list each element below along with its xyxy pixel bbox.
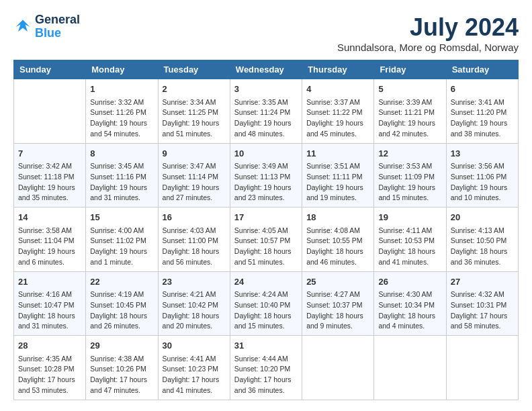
calendar-cell: 29 Sunrise: 4:38 AMSunset: 10:26 PMDayli… xyxy=(86,336,158,400)
day-number: 1 xyxy=(90,83,153,96)
calendar-cell: 16 Sunrise: 4:03 AMSunset: 11:00 PMDayli… xyxy=(158,208,230,272)
logo-text: General Blue xyxy=(35,13,80,40)
calendar-cell: 12 Sunrise: 3:53 AMSunset: 11:09 PMDayli… xyxy=(374,143,446,208)
day-info: Sunrise: 3:53 AMSunset: 11:09 PMDaylight… xyxy=(378,161,441,203)
calendar-week-4: 21 Sunrise: 4:16 AMSunset: 10:47 PMDayli… xyxy=(14,271,519,336)
calendar-cell: 7 Sunrise: 3:42 AMSunset: 11:18 PMDaylig… xyxy=(14,143,86,208)
day-info: Sunrise: 3:32 AMSunset: 11:26 PMDaylight… xyxy=(90,97,153,140)
calendar-header-row: SundayMondayTuesdayWednesdayThursdayFrid… xyxy=(14,60,519,79)
day-info: Sunrise: 4:30 AMSunset: 10:34 PMDaylight… xyxy=(378,289,441,332)
day-number: 11 xyxy=(306,147,369,161)
calendar-cell: 22 Sunrise: 4:19 AMSunset: 10:45 PMDayli… xyxy=(86,271,158,336)
calendar-cell: 19 Sunrise: 4:11 AMSunset: 10:53 PMDayli… xyxy=(374,208,446,272)
day-info: Sunrise: 3:35 AMSunset: 11:24 PMDaylight… xyxy=(234,97,298,140)
day-number: 29 xyxy=(90,339,153,353)
day-number: 24 xyxy=(234,275,298,289)
calendar-cell xyxy=(374,336,446,400)
calendar-week-2: 7 Sunrise: 3:42 AMSunset: 11:18 PMDaylig… xyxy=(14,143,519,208)
location-subtitle: Sunndalsora, More og Romsdal, Norway xyxy=(337,42,519,53)
day-info: Sunrise: 4:16 AMSunset: 10:47 PMDaylight… xyxy=(18,289,81,332)
header-tuesday: Tuesday xyxy=(158,60,230,79)
day-number: 3 xyxy=(234,83,298,96)
calendar-cell xyxy=(446,336,518,400)
svg-marker-0 xyxy=(16,19,30,32)
calendar-cell: 8 Sunrise: 3:45 AMSunset: 11:16 PMDaylig… xyxy=(86,143,158,208)
day-info: Sunrise: 4:05 AMSunset: 10:57 PMDaylight… xyxy=(234,226,298,268)
day-number: 12 xyxy=(378,147,441,161)
day-number: 22 xyxy=(90,275,153,289)
calendar-cell: 28 Sunrise: 4:35 AMSunset: 10:28 PMDayli… xyxy=(14,336,86,400)
logo: General Blue xyxy=(13,13,80,40)
day-info: Sunrise: 4:21 AMSunset: 10:42 PMDaylight… xyxy=(163,289,226,332)
calendar-cell xyxy=(14,79,86,144)
calendar-cell: 1 Sunrise: 3:32 AMSunset: 11:26 PMDaylig… xyxy=(86,79,158,144)
day-info: Sunrise: 3:39 AMSunset: 11:21 PMDaylight… xyxy=(378,97,441,140)
calendar-table: SundayMondayTuesdayWednesdayThursdayFrid… xyxy=(13,60,519,400)
day-info: Sunrise: 4:11 AMSunset: 10:53 PMDaylight… xyxy=(378,226,441,268)
day-number: 27 xyxy=(451,275,514,289)
day-info: Sunrise: 3:34 AMSunset: 11:25 PMDaylight… xyxy=(163,97,226,140)
day-number: 18 xyxy=(306,211,369,224)
calendar-cell: 10 Sunrise: 3:49 AMSunset: 11:13 PMDayli… xyxy=(230,143,302,208)
calendar-week-5: 28 Sunrise: 4:35 AMSunset: 10:28 PMDayli… xyxy=(14,336,519,400)
calendar-cell: 27 Sunrise: 4:32 AMSunset: 10:31 PMDayli… xyxy=(446,271,518,336)
day-number: 28 xyxy=(18,339,81,353)
day-number: 21 xyxy=(18,275,81,289)
calendar-cell: 13 Sunrise: 3:56 AMSunset: 11:06 PMDayli… xyxy=(446,143,518,208)
month-title: July 2024 xyxy=(337,13,519,42)
day-info: Sunrise: 4:24 AMSunset: 10:40 PMDaylight… xyxy=(234,289,298,332)
calendar-cell: 21 Sunrise: 4:16 AMSunset: 10:47 PMDayli… xyxy=(14,271,86,336)
day-info: Sunrise: 4:32 AMSunset: 10:31 PMDaylight… xyxy=(451,289,514,332)
day-info: Sunrise: 3:37 AMSunset: 11:22 PMDaylight… xyxy=(306,97,369,140)
calendar-cell: 4 Sunrise: 3:37 AMSunset: 11:22 PMDaylig… xyxy=(302,79,374,144)
calendar-cell: 26 Sunrise: 4:30 AMSunset: 10:34 PMDayli… xyxy=(374,271,446,336)
day-number: 25 xyxy=(306,275,369,289)
calendar-cell: 6 Sunrise: 3:41 AMSunset: 11:20 PMDaylig… xyxy=(446,79,518,144)
calendar-cell: 17 Sunrise: 4:05 AMSunset: 10:57 PMDayli… xyxy=(230,208,302,272)
day-info: Sunrise: 3:58 AMSunset: 11:04 PMDaylight… xyxy=(18,226,81,268)
day-number: 20 xyxy=(451,211,514,224)
day-number: 9 xyxy=(163,147,226,161)
calendar-week-3: 14 Sunrise: 3:58 AMSunset: 11:04 PMDayli… xyxy=(14,208,519,272)
header-thursday: Thursday xyxy=(302,60,374,79)
calendar-cell: 30 Sunrise: 4:41 AMSunset: 10:23 PMDayli… xyxy=(158,336,230,400)
header-sunday: Sunday xyxy=(14,60,86,79)
calendar-cell: 18 Sunrise: 4:08 AMSunset: 10:55 PMDayli… xyxy=(302,208,374,272)
calendar-cell: 9 Sunrise: 3:47 AMSunset: 11:14 PMDaylig… xyxy=(158,143,230,208)
calendar-cell: 3 Sunrise: 3:35 AMSunset: 11:24 PMDaylig… xyxy=(230,79,302,144)
day-number: 30 xyxy=(163,339,226,353)
day-number: 15 xyxy=(90,211,153,224)
day-info: Sunrise: 4:27 AMSunset: 10:37 PMDaylight… xyxy=(306,289,369,332)
day-number: 2 xyxy=(163,83,226,96)
day-number: 17 xyxy=(234,211,298,224)
calendar-cell: 31 Sunrise: 4:44 AMSunset: 10:20 PMDayli… xyxy=(230,336,302,400)
calendar-body: 1 Sunrise: 3:32 AMSunset: 11:26 PMDaylig… xyxy=(14,79,519,400)
day-number: 19 xyxy=(378,211,441,224)
day-number: 4 xyxy=(306,83,369,96)
title-block: July 2024 Sunndalsora, More og Romsdal, … xyxy=(337,13,519,53)
day-number: 7 xyxy=(18,147,81,161)
day-number: 16 xyxy=(163,211,226,224)
calendar-cell: 11 Sunrise: 3:51 AMSunset: 11:11 PMDayli… xyxy=(302,143,374,208)
day-number: 8 xyxy=(90,147,153,161)
day-info: Sunrise: 3:42 AMSunset: 11:18 PMDaylight… xyxy=(18,161,81,203)
calendar-cell: 20 Sunrise: 4:13 AMSunset: 10:50 PMDayli… xyxy=(446,208,518,272)
calendar-cell: 15 Sunrise: 4:00 AMSunset: 11:02 PMDayli… xyxy=(86,208,158,272)
day-number: 14 xyxy=(18,211,81,224)
calendar-cell xyxy=(302,336,374,400)
day-info: Sunrise: 4:13 AMSunset: 10:50 PMDaylight… xyxy=(451,226,514,268)
day-number: 26 xyxy=(378,275,441,289)
calendar-cell: 5 Sunrise: 3:39 AMSunset: 11:21 PMDaylig… xyxy=(374,79,446,144)
header-friday: Friday xyxy=(374,60,446,79)
day-info: Sunrise: 3:41 AMSunset: 11:20 PMDaylight… xyxy=(451,97,514,140)
day-info: Sunrise: 4:35 AMSunset: 10:28 PMDaylight… xyxy=(18,354,81,396)
day-number: 10 xyxy=(234,147,298,161)
day-number: 6 xyxy=(451,83,514,96)
calendar-cell: 2 Sunrise: 3:34 AMSunset: 11:25 PMDaylig… xyxy=(158,79,230,144)
day-info: Sunrise: 3:49 AMSunset: 11:13 PMDaylight… xyxy=(234,161,298,203)
day-info: Sunrise: 3:56 AMSunset: 11:06 PMDaylight… xyxy=(451,161,514,203)
calendar-cell: 25 Sunrise: 4:27 AMSunset: 10:37 PMDayli… xyxy=(302,271,374,336)
day-info: Sunrise: 4:00 AMSunset: 11:02 PMDaylight… xyxy=(90,226,153,268)
day-number: 31 xyxy=(234,339,298,353)
header-wednesday: Wednesday xyxy=(230,60,302,79)
